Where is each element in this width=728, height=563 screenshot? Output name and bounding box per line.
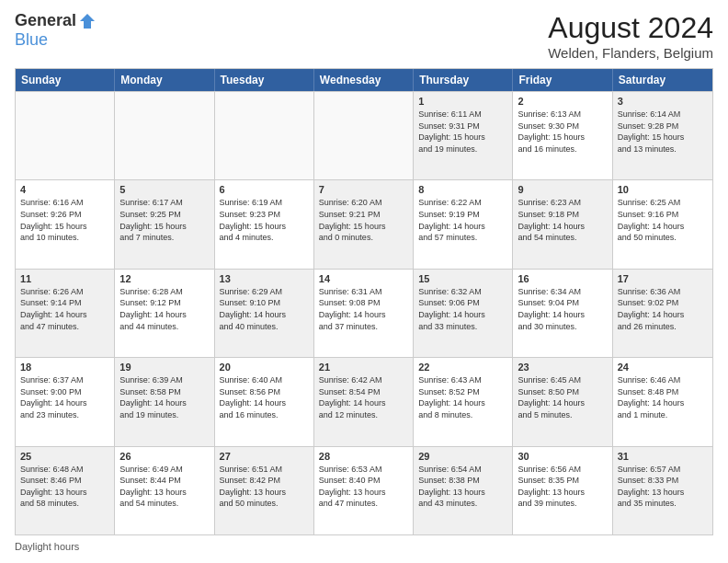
day-number: 30: [518, 451, 607, 462]
page: General Blue August 2024 Welden, Flander…: [0, 0, 728, 563]
day-info: Sunrise: 6:17 AM Sunset: 9:25 PM Dayligh…: [119, 197, 209, 243]
calendar-header-cell: Thursday: [414, 69, 513, 91]
day-info: Sunrise: 6:48 AM Sunset: 8:46 PM Dayligh…: [20, 464, 109, 510]
calendar-cell: 29Sunrise: 6:54 AM Sunset: 8:38 PM Dayli…: [414, 447, 513, 534]
calendar-cell: 24Sunrise: 6:46 AM Sunset: 8:48 PM Dayli…: [613, 358, 712, 445]
day-info: Sunrise: 6:11 AM Sunset: 9:31 PM Dayligh…: [418, 109, 507, 155]
calendar-cell: 3Sunrise: 6:14 AM Sunset: 9:28 PM Daylig…: [613, 92, 712, 179]
calendar: SundayMondayTuesdayWednesdayThursdayFrid…: [15, 68, 713, 535]
day-info: Sunrise: 6:34 AM Sunset: 9:04 PM Dayligh…: [518, 286, 607, 332]
day-number: 1: [418, 96, 507, 107]
subtitle: Welden, Flanders, Belgium: [548, 45, 713, 61]
calendar-cell: 19Sunrise: 6:39 AM Sunset: 8:58 PM Dayli…: [115, 358, 214, 445]
calendar-cell: 4Sunrise: 6:16 AM Sunset: 9:26 PM Daylig…: [16, 180, 115, 268]
calendar-header-cell: Wednesday: [314, 69, 414, 91]
day-info: Sunrise: 6:45 AM Sunset: 8:50 PM Dayligh…: [518, 374, 607, 420]
day-info: Sunrise: 6:22 AM Sunset: 9:19 PM Dayligh…: [418, 197, 507, 243]
day-info: Sunrise: 6:43 AM Sunset: 8:52 PM Dayligh…: [418, 374, 507, 420]
calendar-cell: 8Sunrise: 6:22 AM Sunset: 9:19 PM Daylig…: [414, 180, 513, 268]
calendar-cell: 26Sunrise: 6:49 AM Sunset: 8:44 PM Dayli…: [115, 447, 214, 534]
header: General Blue August 2024 Welden, Flander…: [15, 11, 713, 61]
day-number: 12: [119, 273, 209, 284]
day-number: 28: [319, 451, 408, 462]
calendar-cell: 22Sunrise: 6:43 AM Sunset: 8:52 PM Dayli…: [414, 358, 513, 445]
calendar-cell: [215, 92, 314, 179]
calendar-cell: 9Sunrise: 6:23 AM Sunset: 9:18 PM Daylig…: [513, 180, 612, 268]
day-info: Sunrise: 6:49 AM Sunset: 8:44 PM Dayligh…: [119, 464, 209, 510]
calendar-cell: 12Sunrise: 6:28 AM Sunset: 9:12 PM Dayli…: [115, 270, 214, 357]
day-info: Sunrise: 6:25 AM Sunset: 9:16 PM Dayligh…: [618, 197, 708, 243]
day-number: 7: [319, 184, 408, 195]
calendar-row: 18Sunrise: 6:37 AM Sunset: 9:00 PM Dayli…: [16, 357, 712, 445]
day-number: 5: [119, 184, 209, 195]
calendar-cell: 31Sunrise: 6:57 AM Sunset: 8:33 PM Dayli…: [613, 447, 712, 534]
day-number: 15: [418, 273, 507, 284]
svg-marker-0: [80, 14, 95, 29]
day-number: 16: [518, 273, 607, 284]
day-number: 20: [220, 362, 309, 373]
calendar-cell: 28Sunrise: 6:53 AM Sunset: 8:40 PM Dayli…: [314, 447, 414, 534]
logo-general-text: General: [15, 11, 76, 30]
calendar-cell: 13Sunrise: 6:29 AM Sunset: 9:10 PM Dayli…: [215, 270, 314, 357]
calendar-row: 4Sunrise: 6:16 AM Sunset: 9:26 PM Daylig…: [16, 179, 712, 268]
calendar-header-cell: Saturday: [613, 69, 712, 91]
day-number: 11: [20, 273, 109, 284]
calendar-cell: [314, 92, 414, 179]
day-info: Sunrise: 6:40 AM Sunset: 8:56 PM Dayligh…: [220, 374, 309, 420]
day-info: Sunrise: 6:19 AM Sunset: 9:23 PM Dayligh…: [220, 197, 309, 243]
calendar-row: 11Sunrise: 6:26 AM Sunset: 9:14 PM Dayli…: [16, 269, 712, 357]
calendar-cell: 17Sunrise: 6:36 AM Sunset: 9:02 PM Dayli…: [613, 270, 712, 357]
day-info: Sunrise: 6:36 AM Sunset: 9:02 PM Dayligh…: [618, 286, 708, 332]
calendar-cell: 30Sunrise: 6:56 AM Sunset: 8:35 PM Dayli…: [513, 447, 612, 534]
day-info: Sunrise: 6:32 AM Sunset: 9:06 PM Dayligh…: [418, 286, 507, 332]
day-info: Sunrise: 6:23 AM Sunset: 9:18 PM Dayligh…: [518, 197, 607, 243]
day-number: 18: [20, 362, 109, 373]
day-info: Sunrise: 6:14 AM Sunset: 9:28 PM Dayligh…: [618, 109, 708, 155]
day-number: 2: [518, 96, 607, 107]
calendar-cell: 1Sunrise: 6:11 AM Sunset: 9:31 PM Daylig…: [414, 92, 513, 179]
day-number: 17: [618, 273, 708, 284]
day-info: Sunrise: 6:16 AM Sunset: 9:26 PM Dayligh…: [20, 197, 109, 243]
calendar-cell: 23Sunrise: 6:45 AM Sunset: 8:50 PM Dayli…: [513, 358, 612, 445]
day-number: 3: [618, 96, 708, 107]
calendar-cell: 18Sunrise: 6:37 AM Sunset: 9:00 PM Dayli…: [16, 358, 115, 445]
calendar-cell: 27Sunrise: 6:51 AM Sunset: 8:42 PM Dayli…: [215, 447, 314, 534]
title-block: August 2024 Welden, Flanders, Belgium: [548, 11, 713, 61]
day-number: 24: [618, 362, 708, 373]
calendar-cell: 6Sunrise: 6:19 AM Sunset: 9:23 PM Daylig…: [215, 180, 314, 268]
day-info: Sunrise: 6:37 AM Sunset: 9:00 PM Dayligh…: [20, 374, 109, 420]
day-number: 21: [319, 362, 408, 373]
day-info: Sunrise: 6:20 AM Sunset: 9:21 PM Dayligh…: [319, 197, 408, 243]
calendar-cell: 5Sunrise: 6:17 AM Sunset: 9:25 PM Daylig…: [115, 180, 214, 268]
day-info: Sunrise: 6:46 AM Sunset: 8:48 PM Dayligh…: [618, 374, 708, 420]
calendar-cell: 25Sunrise: 6:48 AM Sunset: 8:46 PM Dayli…: [16, 447, 115, 534]
day-number: 25: [20, 451, 109, 462]
day-info: Sunrise: 6:26 AM Sunset: 9:14 PM Dayligh…: [20, 286, 109, 332]
calendar-cell: 16Sunrise: 6:34 AM Sunset: 9:04 PM Dayli…: [513, 270, 612, 357]
calendar-cell: 10Sunrise: 6:25 AM Sunset: 9:16 PM Dayli…: [613, 180, 712, 268]
day-number: 4: [20, 184, 109, 195]
day-info: Sunrise: 6:42 AM Sunset: 8:54 PM Dayligh…: [319, 374, 408, 420]
day-number: 22: [418, 362, 507, 373]
day-info: Sunrise: 6:54 AM Sunset: 8:38 PM Dayligh…: [418, 464, 507, 510]
calendar-cell: 20Sunrise: 6:40 AM Sunset: 8:56 PM Dayli…: [215, 358, 314, 445]
day-info: Sunrise: 6:13 AM Sunset: 9:30 PM Dayligh…: [518, 109, 607, 155]
calendar-cell: 15Sunrise: 6:32 AM Sunset: 9:06 PM Dayli…: [414, 270, 513, 357]
day-number: 9: [518, 184, 607, 195]
calendar-cell: 11Sunrise: 6:26 AM Sunset: 9:14 PM Dayli…: [16, 270, 115, 357]
day-info: Sunrise: 6:56 AM Sunset: 8:35 PM Dayligh…: [518, 464, 607, 510]
day-number: 29: [418, 451, 507, 462]
day-info: Sunrise: 6:29 AM Sunset: 9:10 PM Dayligh…: [220, 286, 309, 332]
calendar-cell: [115, 92, 214, 179]
logo-icon: [78, 12, 97, 30]
day-number: 13: [220, 273, 309, 284]
day-info: Sunrise: 6:57 AM Sunset: 8:33 PM Dayligh…: [618, 464, 708, 510]
calendar-body: 1Sunrise: 6:11 AM Sunset: 9:31 PM Daylig…: [16, 91, 712, 534]
calendar-row: 25Sunrise: 6:48 AM Sunset: 8:46 PM Dayli…: [16, 446, 712, 534]
calendar-header: SundayMondayTuesdayWednesdayThursdayFrid…: [16, 69, 712, 91]
day-number: 19: [119, 362, 209, 373]
day-info: Sunrise: 6:51 AM Sunset: 8:42 PM Dayligh…: [220, 464, 309, 510]
day-number: 31: [618, 451, 708, 462]
calendar-row: 1Sunrise: 6:11 AM Sunset: 9:31 PM Daylig…: [16, 91, 712, 179]
calendar-header-cell: Sunday: [16, 69, 115, 91]
